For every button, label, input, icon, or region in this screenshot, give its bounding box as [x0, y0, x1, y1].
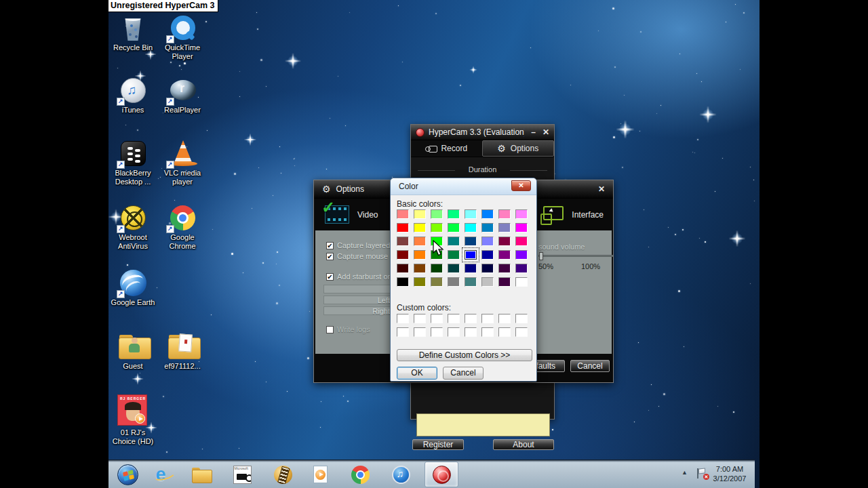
desktop-icon-webroot[interactable]: Webroot AntiVirus — [108, 203, 157, 251]
color-swatch[interactable] — [414, 250, 426, 260]
taskbar-item-itunes[interactable] — [387, 460, 414, 488]
checkbox-add-starburst[interactable]: ✔ Add starburst on — [326, 272, 392, 281]
color-swatch[interactable] — [397, 237, 409, 246]
hypercam-titlebar[interactable]: HyperCam 3.3 (Evaluation) – ✕ — [411, 125, 554, 140]
checkbox-checked[interactable]: ✔ — [326, 242, 334, 249]
color-swatch[interactable] — [431, 264, 443, 273]
color-swatch[interactable] — [465, 264, 477, 273]
color-swatch[interactable] — [431, 223, 443, 232]
tab-options[interactable]: ⚙ Options — [482, 140, 555, 157]
checkbox-write-logs[interactable]: Write logs — [326, 325, 370, 333]
color-swatch[interactable] — [397, 264, 409, 273]
color-swatch[interactable] — [465, 237, 477, 246]
desktop-icon-vlc[interactable]: VLC media player — [158, 139, 207, 186]
ok-button[interactable]: OK — [397, 367, 437, 380]
taskbar-item-chrome[interactable] — [347, 460, 374, 488]
color-dialog-titlebar[interactable]: Color ✕ — [391, 178, 536, 195]
starburst-field[interactable] — [323, 285, 393, 293]
desktop-icon-realplayer[interactable]: RealPlayer — [158, 76, 207, 115]
right-click-row[interactable]: Right — [323, 306, 393, 315]
custom-color-swatch[interactable] — [498, 314, 511, 323]
color-swatch[interactable] — [481, 237, 494, 246]
custom-color-swatch[interactable] — [481, 327, 494, 337]
color-swatch[interactable] — [498, 223, 511, 232]
sound-volume-slider[interactable] — [538, 255, 613, 257]
taskbar-item-internet-explorer[interactable]: e — [147, 460, 174, 488]
action-center-flag-icon[interactable]: ✕ — [697, 468, 707, 479]
color-swatch[interactable] — [515, 264, 528, 273]
checkbox-checked[interactable]: ✔ — [326, 253, 334, 260]
color-swatch[interactable] — [431, 209, 443, 219]
color-swatch[interactable] — [448, 209, 460, 219]
register-button[interactable]: Register — [412, 439, 464, 450]
slider-thumb[interactable] — [539, 252, 543, 260]
color-swatch[interactable] — [414, 264, 426, 273]
color-swatch[interactable] — [448, 223, 460, 232]
tray-show-hidden-icons[interactable]: ▲ — [682, 469, 688, 476]
custom-color-swatch[interactable] — [397, 327, 409, 337]
color-swatch[interactable] — [414, 223, 426, 232]
color-swatch[interactable] — [448, 237, 460, 246]
custom-color-swatch[interactable] — [448, 314, 460, 323]
desktop-icon-recycle-bin[interactable]: Recycle Bin — [108, 14, 157, 52]
color-swatch[interactable] — [414, 209, 426, 219]
color-swatch[interactable] — [481, 209, 494, 219]
color-swatch[interactable] — [448, 250, 460, 260]
desktop-icon-quicktime[interactable]: QuickTime Player — [158, 14, 207, 61]
custom-color-swatch[interactable] — [397, 314, 409, 323]
color-swatch[interactable] — [515, 250, 528, 260]
color-swatch[interactable] — [515, 277, 528, 287]
taskbar-item-media-film[interactable] — [269, 460, 296, 488]
color-swatch[interactable] — [515, 237, 528, 246]
close-button[interactable]: ✕ — [598, 184, 605, 194]
checkbox-unchecked[interactable] — [326, 326, 334, 333]
checkbox-capture-mouse[interactable]: ✔ Capture mouse — [326, 252, 388, 260]
taskbar-item-hypercam3-active[interactable] — [425, 462, 458, 487]
define-custom-colors-button[interactable]: Define Custom Colors >> — [397, 349, 532, 361]
close-button[interactable]: ✕ — [511, 180, 531, 191]
color-swatch[interactable] — [414, 237, 426, 246]
start-button[interactable] — [114, 460, 141, 488]
custom-color-swatch[interactable] — [431, 314, 443, 323]
about-button[interactable]: About — [493, 439, 554, 450]
taskbar-item-hypercam-classic[interactable]: Microsoft — [229, 460, 256, 488]
color-swatch[interactable] — [481, 250, 494, 260]
color-swatch[interactable] — [498, 277, 511, 287]
color-swatch[interactable] — [397, 277, 409, 287]
left-click-row[interactable]: Left — [323, 296, 393, 304]
tab-record[interactable]: Record — [411, 140, 482, 157]
color-swatch-selected[interactable] — [465, 250, 477, 260]
custom-color-swatch[interactable] — [465, 327, 477, 337]
custom-color-swatch[interactable] — [481, 314, 494, 323]
desktop-icon-guest-folder[interactable]: Guest — [108, 332, 157, 371]
custom-color-swatch[interactable] — [515, 314, 528, 323]
color-swatch[interactable] — [498, 264, 511, 273]
custom-color-swatch[interactable] — [414, 314, 426, 323]
color-swatch[interactable] — [515, 223, 528, 232]
color-swatch[interactable] — [515, 209, 528, 219]
minimize-button[interactable]: – — [531, 127, 536, 137]
color-swatch[interactable] — [481, 223, 494, 232]
desktop-icon-google-earth[interactable]: Google Earth — [108, 268, 157, 307]
color-swatch[interactable] — [448, 264, 460, 273]
color-swatch[interactable] — [481, 277, 494, 287]
desktop-icon-itunes[interactable]: iTunes — [108, 76, 157, 115]
desktop-icon-chrome[interactable]: Google Chrome — [158, 203, 207, 251]
checkbox-checked[interactable]: ✔ — [326, 273, 334, 281]
color-swatch[interactable] — [397, 209, 409, 219]
color-swatch[interactable] — [448, 277, 460, 287]
taskbar-item-media-play[interactable] — [307, 460, 334, 488]
color-swatch[interactable] — [465, 209, 477, 219]
color-swatch[interactable] — [465, 223, 477, 232]
cancel-button[interactable]: Cancel — [443, 367, 484, 380]
color-swatch[interactable] — [414, 277, 426, 287]
checkbox-capture-layered[interactable]: ✔ Capture layered — [326, 241, 390, 249]
color-swatch[interactable] — [498, 237, 511, 246]
color-swatch[interactable] — [481, 264, 494, 273]
custom-color-swatch[interactable] — [465, 314, 477, 323]
cancel-button[interactable]: Cancel — [570, 360, 610, 372]
custom-color-swatch[interactable] — [414, 327, 426, 337]
taskbar-clock[interactable]: 7:00 AM 3/12/2007 — [708, 464, 751, 483]
close-button[interactable]: ✕ — [542, 127, 549, 137]
color-swatch[interactable] — [498, 250, 511, 260]
